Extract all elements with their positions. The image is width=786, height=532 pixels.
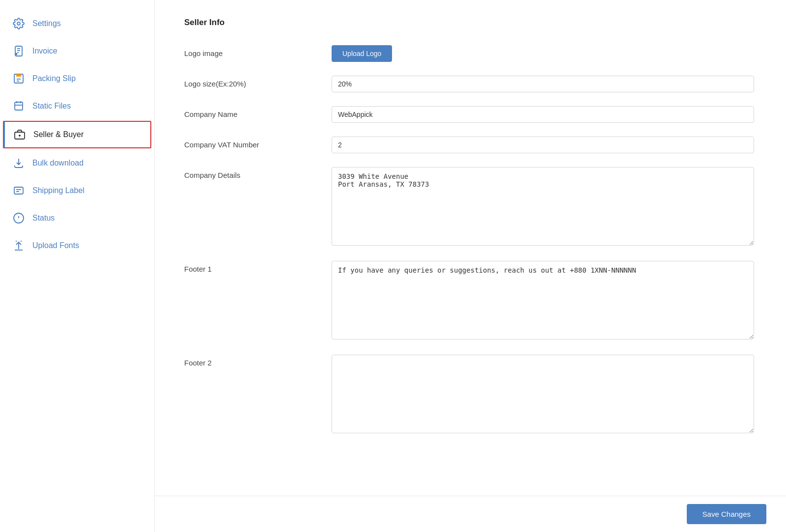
logo-image-control: Upload Logo [332, 45, 754, 62]
sidebar-item-packing-slip[interactable]: Packing Slip [0, 65, 154, 92]
status-icon [12, 211, 26, 225]
section-title: Seller Info [184, 18, 754, 28]
packing-slip-icon [12, 72, 26, 85]
company-details-row: Company Details 3039 White Avenue Port A… [184, 167, 754, 247]
main-content: Seller Info Logo image Upload Logo Logo … [155, 0, 786, 532]
sidebar-item-packing-slip-label: Packing Slip [32, 74, 76, 83]
footer-1-label: Footer 1 [184, 261, 322, 273]
footer-2-control [332, 355, 754, 435]
invoice-icon [12, 44, 26, 58]
company-details-textarea[interactable]: 3039 White Avenue Port Aransas, TX 78373 [332, 167, 754, 246]
company-name-input[interactable] [332, 106, 754, 123]
logo-image-row: Logo image Upload Logo [184, 45, 754, 62]
sidebar-item-seller-buyer-label: Seller & Buyer [33, 130, 84, 139]
company-vat-row: Company VAT Number [184, 137, 754, 153]
svg-rect-9 [15, 102, 23, 110]
footer-1-control: If you have any queries or suggestions, … [332, 261, 754, 341]
upload-logo-button[interactable]: Upload Logo [332, 45, 392, 62]
company-name-control [332, 106, 754, 123]
svg-point-5 [16, 54, 17, 55]
bulk-download-icon [12, 156, 26, 170]
sidebar-item-shipping-label[interactable]: Shipping Label [0, 177, 154, 204]
sidebar-item-invoice[interactable]: Invoice [0, 37, 154, 65]
company-vat-control [332, 137, 754, 153]
seller-buyer-icon [13, 128, 27, 141]
svg-rect-16 [14, 187, 23, 194]
footer-2-label: Footer 2 [184, 355, 322, 367]
sidebar-item-bulk-download[interactable]: Bulk download [0, 149, 154, 177]
sidebar-item-status-label: Status [32, 214, 55, 223]
company-name-label: Company Name [184, 106, 322, 118]
sidebar: Settings Invoice Packing Slip [0, 0, 155, 532]
svg-point-0 [17, 22, 20, 25]
sidebar-item-settings-label: Settings [32, 19, 61, 28]
sidebar-item-shipping-label-label: Shipping Label [32, 186, 84, 195]
footer-1-row: Footer 1 If you have any queries or sugg… [184, 261, 754, 341]
sidebar-item-settings[interactable]: Settings [0, 10, 154, 37]
company-vat-input[interactable] [332, 137, 754, 153]
settings-icon [12, 17, 26, 30]
footer-bar: Save Changes [155, 496, 786, 532]
shipping-label-icon [12, 184, 26, 197]
footer-1-textarea[interactable]: If you have any queries or suggestions, … [332, 261, 754, 339]
logo-image-label: Logo image [184, 45, 322, 57]
company-vat-label: Company VAT Number [184, 137, 322, 149]
sidebar-item-status[interactable]: Status [0, 204, 154, 232]
static-files-icon [12, 99, 26, 113]
logo-size-control [332, 76, 754, 92]
footer-2-textarea[interactable] [332, 355, 754, 433]
company-name-row: Company Name [184, 106, 754, 123]
sidebar-item-static-files-label: Static Files [32, 102, 71, 111]
sidebar-item-bulk-download-label: Bulk download [32, 159, 84, 168]
footer-2-row: Footer 2 [184, 355, 754, 435]
logo-size-input[interactable] [332, 76, 754, 92]
company-details-control: 3039 White Avenue Port Aransas, TX 78373 [332, 167, 754, 247]
logo-size-label: Logo size(Ex:20%) [184, 76, 322, 88]
upload-fonts-icon [12, 239, 26, 252]
sidebar-item-invoice-label: Invoice [32, 47, 57, 56]
sidebar-item-upload-fonts[interactable]: Upload Fonts [0, 232, 154, 259]
sidebar-item-seller-buyer[interactable]: Seller & Buyer [3, 121, 151, 148]
sidebar-item-static-files[interactable]: Static Files [0, 92, 154, 120]
save-changes-button[interactable]: Save Changes [687, 504, 766, 524]
sidebar-item-upload-fonts-label: Upload Fonts [32, 241, 79, 250]
company-details-label: Company Details [184, 167, 322, 179]
logo-size-row: Logo size(Ex:20%) [184, 76, 754, 92]
